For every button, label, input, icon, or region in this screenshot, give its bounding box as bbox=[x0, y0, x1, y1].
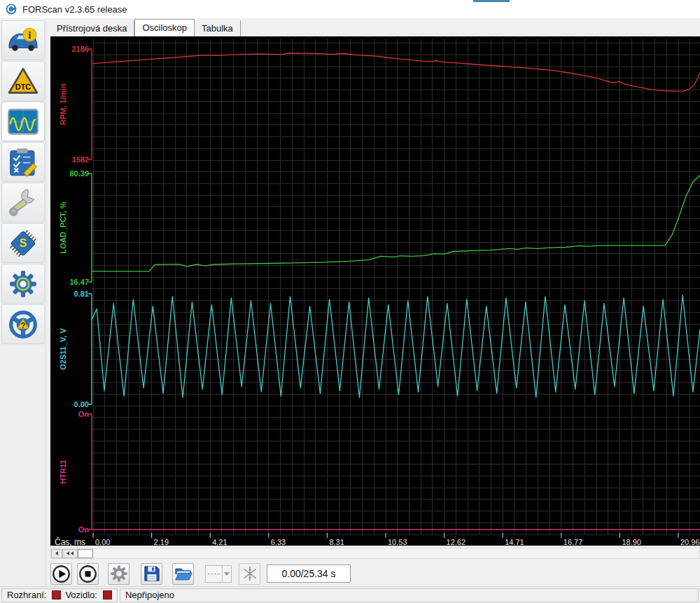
svg-text:RPM, 1/min: RPM, 1/min bbox=[59, 83, 67, 125]
svg-text:20.96: 20.96 bbox=[680, 538, 700, 546]
svg-text:6.33: 6.33 bbox=[271, 538, 286, 546]
svg-text:LOAD_PCT, %: LOAD_PCT, % bbox=[59, 201, 67, 253]
svg-text:10.53: 10.53 bbox=[388, 538, 407, 546]
stop-button[interactable] bbox=[77, 563, 99, 585]
chip-icon: S bbox=[8, 229, 38, 258]
scroll-left-button[interactable] bbox=[51, 549, 62, 558]
clipboard-checklist-icon bbox=[7, 148, 39, 177]
stop-icon bbox=[78, 565, 97, 583]
plot-canvas: 0.002.194.216.338.3110.5312.6214.7116.77… bbox=[50, 36, 700, 546]
scroll-left-fast-button[interactable] bbox=[62, 549, 78, 558]
chevron-down-icon bbox=[224, 572, 230, 576]
tab-oscilloscope[interactable]: Osciloskop bbox=[134, 19, 195, 36]
connection-panel: Rozhraní: Vozidlo: bbox=[1, 588, 118, 602]
svg-text:S: S bbox=[20, 237, 27, 249]
tab-bar: Přístrojová deska Osciloskop Tabulka bbox=[46, 18, 700, 36]
svg-text:0.81: 0.81 bbox=[74, 290, 89, 298]
sidebar-item-dtc[interactable]: DTC bbox=[1, 61, 45, 101]
status-bar: Rozhraní: Vozidlo: Nepřipojeno bbox=[0, 586, 700, 603]
svg-text:2.19: 2.19 bbox=[154, 538, 169, 546]
play-button[interactable] bbox=[50, 563, 72, 585]
dtc-warning-icon: DTC bbox=[8, 67, 38, 95]
window-title: FORScan v2.3.65 release bbox=[22, 4, 127, 15]
status-message-panel: Nepřipojeno bbox=[120, 588, 699, 602]
svg-text:O2S11_V, V: O2S11_V, V bbox=[59, 328, 67, 370]
overlapping-window-edge bbox=[473, 0, 510, 2]
svg-text:0.00: 0.00 bbox=[74, 400, 89, 409]
sidebar: i DTC bbox=[0, 18, 46, 586]
svg-text:16.77: 16.77 bbox=[564, 538, 583, 546]
scope-settings-button[interactable] bbox=[108, 563, 130, 585]
sidebar-item-vehicle-info[interactable]: i bbox=[1, 20, 45, 60]
clear-markers-button[interactable] bbox=[239, 563, 260, 585]
oscilloscope-plot[interactable]: 0.002.194.216.338.3110.5312.6214.7116.77… bbox=[50, 36, 700, 546]
tab-dashboard[interactable]: Přístrojová deska bbox=[50, 20, 134, 36]
tab-table[interactable]: Tabulka bbox=[195, 20, 241, 36]
svg-text:On: On bbox=[78, 525, 90, 534]
bottom-toolbar: 0.00/25.34 s bbox=[50, 561, 700, 586]
main-area: Přístrojová deska Osciloskop Tabulka 0.0… bbox=[46, 18, 700, 586]
svg-text:DTC: DTC bbox=[15, 83, 31, 91]
svg-text:0.00: 0.00 bbox=[95, 538, 110, 546]
svg-text:14.71: 14.71 bbox=[505, 538, 524, 546]
svg-text:1582: 1582 bbox=[72, 155, 89, 164]
sidebar-item-help[interactable]: ? bbox=[1, 304, 45, 344]
open-folder-icon bbox=[174, 566, 192, 582]
save-icon bbox=[144, 565, 160, 582]
arrow-left-icon bbox=[54, 551, 59, 556]
gear-gray-icon bbox=[110, 565, 128, 583]
help-wheel-icon: ? bbox=[8, 310, 38, 339]
wrench-icon bbox=[8, 188, 38, 218]
interface-status-indicator bbox=[52, 590, 61, 600]
status-message: Nepřipojeno bbox=[125, 590, 174, 600]
sidebar-item-tests[interactable] bbox=[1, 142, 45, 182]
open-button[interactable] bbox=[172, 563, 194, 585]
time-position-display: 0.00/25.34 s bbox=[267, 565, 351, 583]
plot-scrollbar[interactable] bbox=[50, 548, 700, 559]
sidebar-item-oscilloscope[interactable] bbox=[1, 101, 45, 141]
svg-text:?: ? bbox=[21, 321, 25, 329]
title-bar: FORScan v2.3.65 release bbox=[0, 0, 700, 18]
arrow-double-left-icon bbox=[65, 551, 75, 556]
svg-text:18.90: 18.90 bbox=[622, 538, 641, 546]
svg-text:12.62: 12.62 bbox=[447, 538, 466, 546]
svg-text:2186: 2186 bbox=[72, 45, 89, 53]
svg-text:HTR11: HTR11 bbox=[59, 460, 67, 483]
vehicle-status-indicator bbox=[103, 590, 112, 600]
app-logo-icon bbox=[6, 3, 17, 15]
gear-icon bbox=[8, 269, 38, 299]
sidebar-item-service[interactable] bbox=[1, 183, 45, 222]
interface-label: Rozhraní: bbox=[7, 590, 46, 600]
car-info-icon: i bbox=[7, 27, 39, 55]
scrollbar-thumb[interactable] bbox=[78, 549, 93, 558]
dropdown-empty-value bbox=[208, 574, 220, 574]
oscilloscope-icon bbox=[7, 108, 39, 136]
sidebar-item-settings[interactable] bbox=[1, 264, 45, 304]
play-icon bbox=[52, 565, 71, 583]
svg-text:Čas, ms: Čas, ms bbox=[55, 537, 85, 546]
svg-text:80.39: 80.39 bbox=[69, 169, 89, 178]
crossed-marker-icon bbox=[241, 565, 258, 582]
svg-text:8.31: 8.31 bbox=[329, 538, 344, 546]
dropdown-button[interactable] bbox=[222, 566, 231, 582]
svg-text:i: i bbox=[29, 29, 31, 40]
sidebar-item-configuration[interactable]: S bbox=[1, 223, 45, 263]
vehicle-label: Vozidlo: bbox=[65, 590, 97, 600]
svg-text:On: On bbox=[78, 410, 90, 418]
marker-select-dropdown[interactable] bbox=[205, 565, 232, 583]
save-button[interactable] bbox=[141, 563, 162, 585]
svg-text:4.21: 4.21 bbox=[212, 538, 227, 546]
svg-text:16.47: 16.47 bbox=[69, 278, 89, 286]
